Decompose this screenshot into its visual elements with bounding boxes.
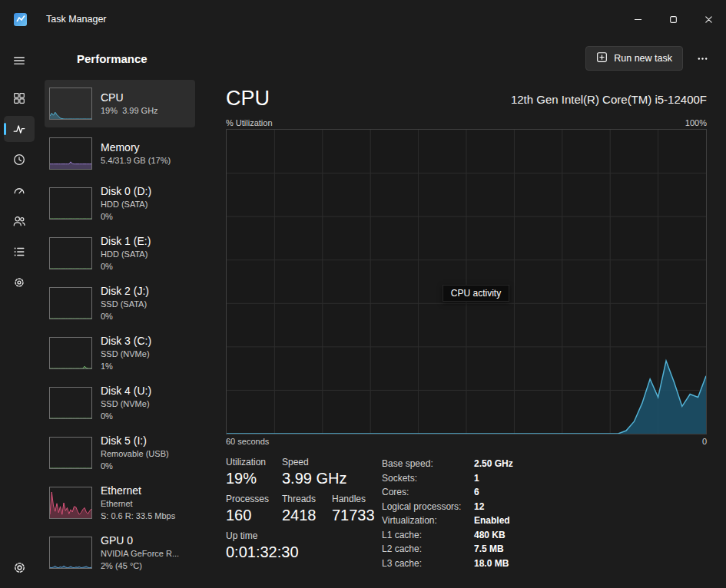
close-icon [704,15,713,24]
sidebar-item-subtitle: SSD (SATA) [101,299,149,309]
page-title: Performance [77,52,148,65]
stat-uptime: Up time 0:01:32:30 [226,530,382,561]
cpu-sparkline [49,88,92,120]
chart-x-zero-label: 0 [702,437,707,446]
sidebar-item-subtitle: Ethernet [101,498,175,509]
stat-threads: Threads 2418 [282,494,332,524]
rail-item-users[interactable] [4,208,35,234]
stat-speed: Speed 3.99 GHz [282,457,332,487]
startup-apps-icon [12,183,26,197]
task-manager-logo-icon[interactable] [14,13,27,26]
sidebar-item-disk-5[interactable]: Disk 5 (I:)Removable (USB)0% [45,429,195,477]
sidebar-item-title: Disk 4 (U:) [101,385,151,398]
chart-y-axis-label: % Utilization [226,118,273,127]
rail-item-app-history[interactable] [4,147,35,173]
detail-value: 7.5 MB [474,543,513,554]
run-new-task-button[interactable]: Run new task [585,46,683,71]
sidebar-item-subtitle: 0% [101,211,151,222]
detail-value: 18.0 MB [474,558,513,569]
more-options-button[interactable] [689,47,715,70]
sidebar-item-title: Memory [101,141,171,155]
sidebar-item-subtitle: S: 0.6 R: 33.5 Mbps [101,510,175,521]
sidebar-item-subtitle: 5.4/31.9 GB (17%) [101,155,171,166]
logo-spark-icon [16,15,25,24]
stat-utilization: Utilization 19% [226,457,282,487]
app-history-icon [12,153,26,167]
run-new-task-label: Run new task [614,53,672,64]
sidebar-item-title: Disk 1 (E:) [101,235,151,249]
maximize-icon [669,15,678,24]
rail-item-processes[interactable] [4,85,35,111]
settings-icon [12,560,27,575]
disk-0-sparkline [49,187,92,220]
disk-3-sparkline [49,337,92,369]
sidebar-item-title: Disk 3 (C:) [101,335,151,349]
sidebar-item-disk-1[interactable]: Disk 1 (E:)HDD (SATA)0% [45,230,195,277]
detail-label: Sockets: [382,473,471,484]
close-button[interactable] [691,0,726,38]
cpu-utilization-chart[interactable]: CPU activity [226,129,707,434]
more-icon [696,52,709,65]
sidebar-item-disk-4[interactable]: Disk 4 (U:)SSD (NVMe)0% [45,379,195,427]
sidebar-item-subtitle: SSD (NVMe) [101,398,151,409]
selection-indicator [4,123,6,135]
sidebar-item-memory[interactable]: Memory5.4/31.9 GB (17%) [45,130,195,177]
window-title: Task Manager [46,14,107,25]
detail-label: L1 cache: [382,530,471,540]
sidebar-item-subtitle: HDD (SATA) [101,199,151,210]
sidebar-item-subtitle: Removable (USB) [101,448,169,459]
rail-item-services[interactable] [4,269,35,296]
services-icon [12,276,26,289]
detail-value: 2.50 GHz [474,458,513,469]
detail-value: 6 [474,487,513,497]
memory-sparkline [49,137,92,170]
disk-2-sparkline [49,287,92,319]
sidebar-item-ethernet[interactable]: EthernetEthernetS: 0.6 R: 33.5 Mbps [45,479,195,527]
cpu-title: CPU [226,86,270,111]
cpu-details: Base speed:2.50 GHzSockets:1Cores:6Logic… [382,458,513,569]
sidebar-item-gpu-0[interactable]: GPU 0NVIDIA GeForce R...2% (45 °C) [45,529,195,576]
cpu-activity-tooltip: CPU activity [443,285,509,302]
sidebar-item-subtitle: SSD (NVMe) [101,349,151,359]
rail-item-details[interactable] [4,239,35,265]
minimize-icon [634,15,642,24]
performance-sidebar: CPU19% 3.99 GHzMemory5.4/31.9 GB (17%)Di… [38,78,221,588]
disk-4-sparkline [49,387,92,419]
sidebar-item-subtitle: NVIDIA GeForce R... [101,548,179,559]
maximize-button[interactable] [655,0,691,38]
sidebar-item-disk-3[interactable]: Disk 3 (C:)SSD (NVMe)1% [45,329,195,377]
page-header: Performance Run new task [38,38,726,78]
menu-icon [12,54,26,68]
detail-label: L2 cache: [382,543,471,554]
cpu-chart-svg [227,130,706,434]
detail-label: Cores: [382,487,471,497]
disk-1-sparkline [49,237,92,269]
detail-value: 12 [474,501,513,512]
settings-button[interactable] [4,554,35,580]
navigation-rail [0,38,38,588]
sidebar-item-title: GPU 0 [101,534,179,548]
sidebar-item-disk-2[interactable]: Disk 2 (J:)SSD (SATA)0% [45,279,195,327]
detail-label: Logical processors: [382,501,471,512]
users-icon [12,214,26,228]
sidebar-item-title: Disk 2 (J:) [101,285,149,299]
cpu-panel: CPU 12th Gen Intel(R) Core(TM) i5-12400F… [221,78,726,588]
sidebar-item-subtitle: 0% [101,261,151,272]
chart-x-span-label: 60 seconds [226,437,269,446]
rail-item-performance[interactable] [4,116,35,142]
sidebar-item-cpu[interactable]: CPU19% 3.99 GHz [45,80,195,127]
chart-y-max-label: 100% [685,118,707,127]
processes-icon [12,91,26,105]
navigation-menu-button[interactable] [4,48,35,74]
sidebar-item-subtitle: HDD (SATA) [101,249,151,259]
rail-nav-items [4,83,35,298]
minimize-button[interactable] [620,0,655,38]
sidebar-item-title: Ethernet [101,484,175,498]
sidebar-item-title: Disk 5 (I:) [101,434,169,448]
detail-value: 1 [474,473,513,484]
rail-item-startup-apps[interactable] [4,177,35,203]
sidebar-item-subtitle: 1% [101,361,151,372]
gpu-0-sparkline [49,537,92,569]
details-icon [12,245,26,259]
sidebar-item-disk-0[interactable]: Disk 0 (D:)HDD (SATA)0% [45,180,195,227]
